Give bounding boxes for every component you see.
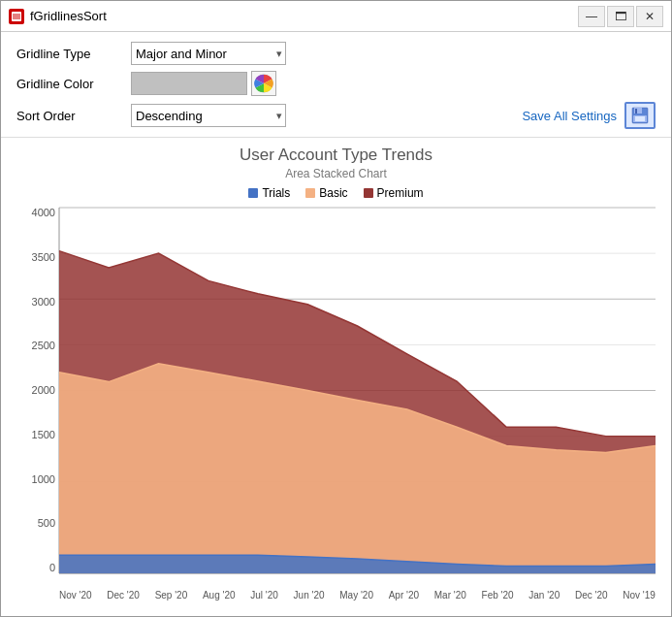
main-window: fGridlinesSort — 🗖 ✕ Gridline Type Major… xyxy=(0,0,672,617)
x-axis-labels: Nov '20 Dec '20 Sep '20 Aug '20 Jul '20 … xyxy=(59,590,656,601)
title-bar: fGridlinesSort — 🗖 ✕ xyxy=(1,1,671,32)
chart-subtitle: Area Stacked Chart xyxy=(16,167,656,180)
app-icon xyxy=(9,9,24,24)
x-label-mar20: Mar '20 xyxy=(434,590,466,601)
y-label-1000: 1000 xyxy=(18,474,55,485)
chart-container: User Account Type Trends Area Stacked Ch… xyxy=(1,138,671,616)
y-label-3500: 3500 xyxy=(18,252,55,263)
trials-color-dot xyxy=(248,188,258,198)
x-label-jan20: Jan '20 xyxy=(528,590,560,601)
controls-panel: Gridline Type Major and Minor Major Mino… xyxy=(1,32,671,138)
legend-premium: Premium xyxy=(364,186,424,200)
y-label-4000: 4000 xyxy=(18,208,55,218)
x-label-nov20: Nov '20 xyxy=(59,590,92,601)
maximize-button[interactable]: 🗖 xyxy=(607,6,634,27)
minimize-button[interactable]: — xyxy=(578,6,605,27)
y-label-2500: 2500 xyxy=(18,341,55,351)
x-label-nov19: Nov '19 xyxy=(623,590,656,601)
basic-color-dot xyxy=(305,188,315,198)
gridline-type-select-wrapper: Major and Minor Major Minor None xyxy=(131,42,286,65)
window-controls: — 🗖 ✕ xyxy=(578,6,663,27)
legend-trials: Trials xyxy=(248,186,290,200)
color-input-group xyxy=(131,71,276,96)
sort-order-select-wrapper: Descending Ascending None xyxy=(131,104,286,127)
close-button[interactable]: ✕ xyxy=(636,6,663,27)
x-label-dec20a: Dec '20 xyxy=(107,590,140,601)
y-label-2000: 2000 xyxy=(18,385,55,396)
x-label-may20: May '20 xyxy=(339,590,373,601)
gridline-type-row: Gridline Type Major and Minor Major Mino… xyxy=(16,42,656,65)
color-wheel-icon xyxy=(254,74,273,93)
chart-drawing-area: 4000 3500 3000 2500 2000 1500 1000 500 0 xyxy=(59,208,656,573)
gridline-color-row: Gridline Color xyxy=(16,71,656,96)
gridline-color-label: Gridline Color xyxy=(16,77,123,91)
x-label-sep20: Sep '20 xyxy=(155,590,188,601)
x-label-jul20: Jul '20 xyxy=(250,590,278,601)
x-label-jun20: Jun '20 xyxy=(294,590,325,601)
x-label-apr20: Apr '20 xyxy=(389,590,419,601)
premium-color-dot xyxy=(364,188,373,198)
color-picker-button[interactable] xyxy=(251,71,276,96)
gridline-type-select[interactable]: Major and Minor Major Minor None xyxy=(131,42,286,65)
basic-label: Basic xyxy=(319,186,347,200)
x-label-feb20: Feb '20 xyxy=(482,590,514,601)
floppy-disk-icon xyxy=(630,106,650,125)
svg-rect-9 xyxy=(635,116,645,121)
window-title: fGridlinesSort xyxy=(30,9,578,23)
chart-legend: Trials Basic Premium xyxy=(16,186,656,200)
y-label-3000: 3000 xyxy=(18,297,55,308)
svg-rect-7 xyxy=(635,109,637,114)
save-group: Save All Settings xyxy=(522,102,656,129)
sort-order-select[interactable]: Descending Ascending None xyxy=(131,104,286,127)
save-all-settings-button[interactable] xyxy=(624,102,656,129)
legend-basic: Basic xyxy=(305,186,347,200)
trials-label: Trials xyxy=(262,186,290,200)
save-all-settings-label: Save All Settings xyxy=(522,109,617,123)
x-label-aug20: Aug '20 xyxy=(203,590,236,601)
y-label-1500: 1500 xyxy=(18,430,55,440)
x-label-dec20b: Dec '20 xyxy=(575,590,608,601)
premium-label: Premium xyxy=(377,186,424,200)
gridline-type-label: Gridline Type xyxy=(16,47,123,61)
y-label-0: 0 xyxy=(18,563,55,573)
gridline-color-display xyxy=(131,72,247,95)
y-axis-labels: 4000 3500 3000 2500 2000 1500 1000 500 0 xyxy=(18,208,55,573)
sort-order-row: Sort Order Descending Ascending None Sav… xyxy=(16,102,656,129)
sort-order-label: Sort Order xyxy=(16,109,123,123)
y-label-500: 500 xyxy=(18,518,55,529)
chart-title: User Account Type Trends xyxy=(16,146,656,165)
chart-svg xyxy=(59,208,656,573)
